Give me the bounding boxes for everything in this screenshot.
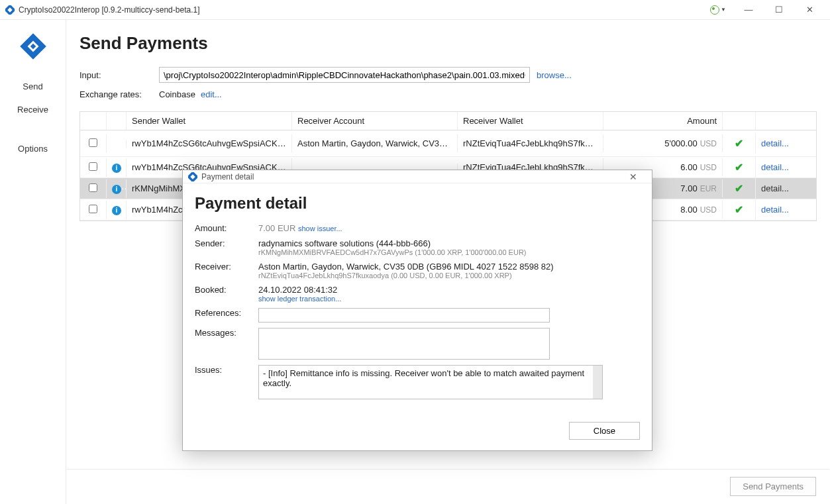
booked-value: 24.10.2022 08:41:32 [258,285,640,295]
check-icon: ✔ [735,138,743,149]
references-label: References: [195,308,258,318]
cell-receiver-account: Aston Martin, Gaydon, Warwick, CV35 0DB [292,134,458,152]
header-receiver-wallet[interactable]: Receiver Wallet [458,112,603,130]
booked-label: Booked: [195,285,258,295]
amount-label: Amount: [195,223,258,233]
info-icon[interactable]: i [112,206,121,215]
row-checkbox[interactable] [89,138,97,147]
title-bar: CryptoIso20022Interop [0.9.2-multiccy-se… [0,0,830,20]
row-checkbox[interactable] [89,183,97,192]
header-sender[interactable]: Sender Wallet [127,112,292,130]
input-path-field[interactable] [159,67,530,83]
cell-sender-wallet: rwYb1M4hZcSG6tcAuhvgEwSpsiACKv6BG8 [127,134,292,152]
info-icon[interactable]: i [112,185,121,194]
send-payments-button[interactable]: Send Payments [730,477,816,496]
sidebar-item-options[interactable]: Options [0,137,66,160]
sidebar-item-send[interactable]: Send [0,75,66,98]
maximize-button[interactable]: ☐ [764,0,794,20]
messages-field[interactable] [258,328,550,360]
header-receiver-account[interactable]: Receiver Account [292,112,458,130]
table-header: Sender Wallet Receiver Account Receiver … [80,112,816,130]
globe-icon [710,5,719,15]
dialog-close-action-button[interactable]: Close [569,422,640,440]
exchange-rates-provider: Coinbase [159,89,195,99]
sender-value: radynamics software solutions (444-bbb-6… [258,238,640,248]
app-logo-icon [20,33,46,60]
receiver-label: Receiver: [195,262,258,272]
header-amount[interactable]: Amount [603,112,723,130]
issues-text: - [Info] Remittance info is missing. Rec… [263,368,584,388]
check-icon: ✔ [735,162,743,173]
browse-link[interactable]: browse... [537,70,572,80]
dialog-close-button[interactable]: ✕ [620,172,647,182]
info-icon[interactable]: i [112,164,121,173]
show-issuer-link[interactable]: show issuer... [298,225,342,232]
close-button[interactable]: ✕ [794,0,825,20]
check-icon: ✔ [735,204,743,215]
exchange-rates-label: Exchange rates: [79,89,159,99]
dialog-heading: Payment detail [195,194,640,213]
dialog-icon [188,172,197,181]
edit-rates-link[interactable]: edit... [201,89,222,99]
language-button[interactable]: ▼ [703,0,733,20]
payment-detail-dialog: Payment detail ✕ Payment detail Amount: … [182,170,652,451]
detail-link[interactable]: detail... [761,138,789,148]
sidebar-item-receive[interactable]: Receive [0,98,66,121]
chevron-down-icon: ▼ [721,7,726,13]
check-icon: ✔ [735,183,743,194]
sender-sub: rKMNgMihMXMiBRVFAEDCw5dH7x7GAVywPs (1'00… [258,248,640,256]
page-title: Send Payments [79,33,817,54]
row-checkbox[interactable] [89,162,97,171]
cell-receiver-wallet: rNZtEviqTua4FcJebLkhq9hS7fkuxaodya [458,134,603,152]
window-title: CryptoIso20022Interop [0.9.2-multiccy-se… [19,5,703,15]
sender-label: Sender: [195,238,258,248]
row-checkbox[interactable] [89,205,97,213]
minimize-button[interactable]: — [733,0,764,20]
receiver-value: Aston Martin, Gaydon, Warwick, CV35 0DB … [258,262,640,272]
app-icon [5,5,15,15]
issues-label: Issues: [195,365,258,375]
issues-scrollbar[interactable] [593,366,602,399]
issues-box: - [Info] Remittance info is missing. Rec… [258,365,603,399]
receiver-sub: rNZtEviqTua4FcJebLkhq9hS7fkuxaodya (0.00… [258,272,640,279]
detail-link[interactable]: detail... [761,183,789,193]
amount-value: 7.00 EUR [258,223,295,233]
footer-bar: Send Payments [67,469,829,503]
cell-amount: 5'000.00USD [603,134,723,152]
detail-link[interactable]: detail... [761,162,789,172]
dialog-title: Payment detail [201,172,620,181]
sidebar: Send Receive Options [0,20,66,504]
ledger-transaction-link[interactable]: show ledger transaction... [258,295,640,303]
detail-link[interactable]: detail... [761,205,789,215]
table-row[interactable]: rwYb1M4hZcSG6tcAuhvgEwSpsiACKv6BG8Aston … [80,130,816,157]
messages-label: Messages: [195,328,258,338]
input-label: Input: [79,70,159,80]
references-field[interactable] [258,308,550,323]
